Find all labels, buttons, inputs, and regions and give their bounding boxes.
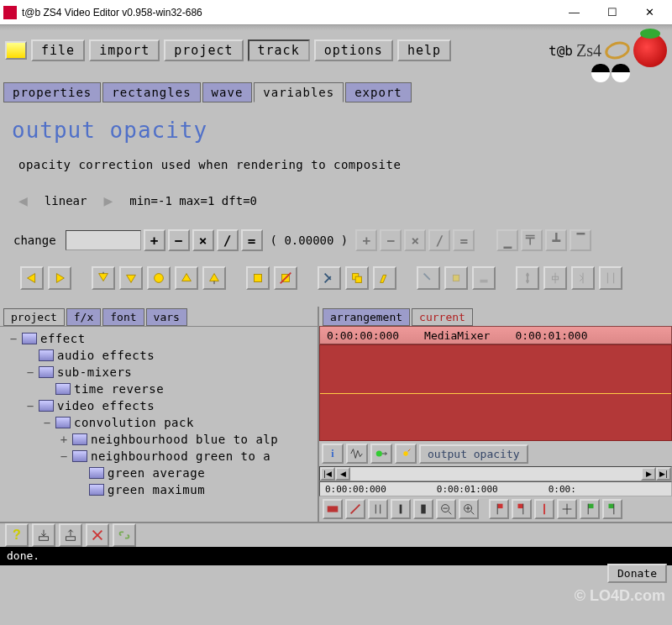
output-label[interactable]: output opacity <box>419 444 528 464</box>
maximize-button[interactable]: ☐ <box>593 1 631 24</box>
ptab-font[interactable]: font <box>102 308 144 326</box>
folder-icon <box>39 400 54 412</box>
tree-item[interactable]: audio effects <box>57 349 155 362</box>
tree-item[interactable]: time reverse <box>74 382 164 396</box>
tool-slash[interactable] <box>345 499 365 519</box>
close-button[interactable]: ✕ <box>631 1 669 24</box>
bottom-split: project f/x font vars −effect audio effe… <box>0 307 672 522</box>
ptab-vars[interactable]: vars <box>146 308 187 326</box>
link-button[interactable] <box>113 523 136 547</box>
tree-item[interactable]: green average <box>108 466 205 480</box>
tree-item[interactable]: effect <box>40 332 86 345</box>
circle-button[interactable] <box>147 266 171 290</box>
ptab-fx[interactable]: f/x <box>66 308 101 326</box>
triangle-up-button[interactable] <box>175 266 198 290</box>
tool-split[interactable] <box>368 499 388 519</box>
next-arrow-icon[interactable]: ▶ <box>103 192 113 209</box>
ptab-project[interactable]: project <box>3 308 65 326</box>
timeline-track[interactable] <box>319 344 672 441</box>
menu-project[interactable]: project <box>164 39 243 61</box>
ptab-current[interactable]: current <box>412 308 473 326</box>
folder-icon[interactable] <box>5 41 27 60</box>
tool-bars[interactable] <box>413 499 433 519</box>
copy-button[interactable] <box>345 266 369 290</box>
tree-item[interactable]: neighbourhood green to a <box>91 449 270 463</box>
tree-item[interactable]: sub-mixers <box>57 365 132 379</box>
ptab-arrangement[interactable]: arrangement <box>323 308 410 326</box>
snap-tool[interactable] <box>557 499 577 519</box>
tool-bar[interactable] <box>391 499 411 519</box>
menu-track[interactable]: track <box>248 39 310 61</box>
tree-expander[interactable]: − <box>59 449 69 463</box>
tree-item[interactable]: video effects <box>57 399 155 412</box>
flag-green-1[interactable] <box>580 499 600 519</box>
tool-block[interactable] <box>323 499 343 519</box>
tree-expander[interactable]: − <box>8 332 18 345</box>
nav-left-button[interactable] <box>20 266 44 290</box>
tab-rectangles[interactable]: rectangles <box>102 82 200 102</box>
h-scrollbar[interactable]: |◀ ◀ ▶ ▶| <box>319 466 672 481</box>
tree-expander[interactable]: − <box>25 399 35 412</box>
op-minus-button[interactable]: − <box>168 229 190 251</box>
change-input[interactable] <box>66 230 141 250</box>
prev-arrow-icon[interactable]: ◀ <box>18 192 28 209</box>
flag-red-1[interactable] <box>489 499 509 519</box>
tree-item[interactable]: neighbourhood blue to alp <box>91 433 278 446</box>
menu-file[interactable]: file <box>31 39 85 61</box>
menu-help[interactable]: help <box>397 39 451 61</box>
time-ruler[interactable]: 0:00:00:000 0:00:01:000 0:00: <box>319 481 672 496</box>
tab-wave[interactable]: wave <box>202 82 253 102</box>
highlight-button[interactable] <box>373 266 396 290</box>
copy-disabled <box>444 266 468 290</box>
zoom-in-button[interactable] <box>459 499 479 519</box>
triangle-down-button[interactable] <box>119 266 143 290</box>
minimize-button[interactable]: — <box>555 1 593 24</box>
menu-import[interactable]: import <box>89 39 160 61</box>
folder-icon <box>55 417 71 428</box>
tab-variables[interactable]: variables <box>254 82 344 102</box>
flash-button[interactable] <box>395 444 417 464</box>
cut-button[interactable] <box>318 266 341 290</box>
scroll-left[interactable]: ◀ <box>335 467 350 481</box>
goto-button[interactable] <box>370 444 392 464</box>
donate-button[interactable]: Donate <box>607 564 667 583</box>
op-minus-disabled: − <box>380 229 402 251</box>
tree-expander[interactable]: + <box>59 433 69 446</box>
import-button[interactable] <box>32 523 55 547</box>
tree-expander[interactable]: − <box>25 365 35 379</box>
change-label: change <box>13 234 56 247</box>
tree-item[interactable]: green maximum <box>108 483 205 496</box>
delete-button[interactable] <box>86 523 109 547</box>
marker-down-button[interactable] <box>92 266 115 290</box>
export-button[interactable] <box>59 523 82 547</box>
help-button[interactable]: ? <box>5 523 29 547</box>
scroll-end[interactable]: ▶| <box>656 467 671 481</box>
marker-tool[interactable] <box>534 499 554 519</box>
op-eq-button[interactable]: = <box>241 229 263 251</box>
tree-expander[interactable]: − <box>42 416 52 429</box>
align-2: 〒 <box>521 229 543 251</box>
rect-del-button[interactable] <box>274 266 297 290</box>
scroll-start[interactable]: |◀ <box>320 467 335 481</box>
tab-properties[interactable]: properties <box>3 82 101 102</box>
menu-options[interactable]: options <box>314 39 393 61</box>
op-mult-button[interactable]: × <box>192 229 214 251</box>
effect-tree[interactable]: −effect audio effects −sub-mixers time r… <box>0 326 318 522</box>
info-button[interactable]: i <box>322 444 344 464</box>
wave-button[interactable] <box>346 444 368 464</box>
rect-button[interactable] <box>246 266 270 290</box>
flag-red-2[interactable] <box>512 499 532 519</box>
zoom-out-button[interactable] <box>436 499 456 519</box>
tree-item[interactable]: convolution pack <box>74 416 194 429</box>
status-text: done. <box>7 549 39 562</box>
scroll-right[interactable]: ▶ <box>641 467 656 481</box>
titlebar: t@b ZS4 Video Editor v0.958-win32-686 — … <box>0 0 672 25</box>
app-icon <box>3 6 17 19</box>
op-plus-button[interactable]: + <box>144 229 165 251</box>
svg-rect-42 <box>518 504 523 508</box>
flag-green-2[interactable] <box>602 499 622 519</box>
op-div-button[interactable]: ∕ <box>217 229 239 251</box>
tab-export[interactable]: export <box>345 82 412 102</box>
nav-right-button[interactable] <box>48 266 71 290</box>
marker-up-button[interactable] <box>202 266 226 290</box>
